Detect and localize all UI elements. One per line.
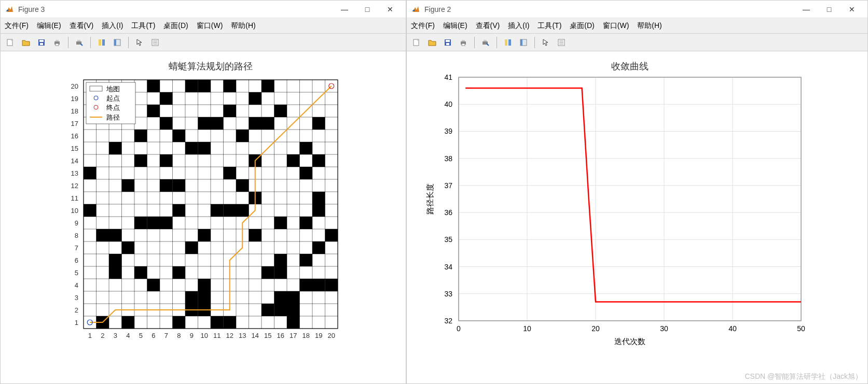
svg-text:11: 11 <box>71 194 78 202</box>
svg-rect-114 <box>84 167 97 179</box>
maximize-button[interactable]: □ <box>356 5 379 13</box>
svg-text:3: 3 <box>114 332 117 339</box>
colorbar-icon[interactable] <box>517 36 530 49</box>
svg-rect-109 <box>312 192 325 204</box>
svg-rect-122 <box>109 142 122 154</box>
menu-file[interactable]: 文件(F) <box>5 21 29 31</box>
Menu-desktop[interactable]: 桌面(D) <box>570 21 594 31</box>
figure2-window: Figure 2 — □ ✕ 文件(F) 编辑(E) 查看(V) 插入(I) 工… <box>406 0 868 384</box>
titlebar[interactable]: Figure 2 — □ ✕ <box>407 1 867 18</box>
svg-text:18: 18 <box>302 332 310 339</box>
menu-desktop[interactable]: 桌面(D) <box>163 21 188 31</box>
print-figure-icon[interactable] <box>73 36 86 49</box>
svg-rect-129 <box>160 117 173 130</box>
separator <box>474 37 475 48</box>
svg-text:20: 20 <box>328 332 335 339</box>
save-icon[interactable] <box>441 36 454 49</box>
svg-rect-95 <box>249 229 262 241</box>
svg-rect-77 <box>198 279 211 291</box>
minimize-button[interactable]: — <box>333 5 356 13</box>
separator <box>90 37 91 48</box>
svg-text:40: 40 <box>728 324 737 333</box>
close-button[interactable]: ✕ <box>379 5 402 13</box>
svg-text:路径: 路径 <box>106 113 120 121</box>
menu-insert[interactable]: 插入(I) <box>508 21 529 31</box>
svg-text:12: 12 <box>226 332 233 339</box>
cursor-icon[interactable] <box>133 36 146 49</box>
svg-text:39: 39 <box>444 127 452 135</box>
svg-text:地图: 地图 <box>106 85 120 93</box>
svg-rect-91 <box>312 241 325 254</box>
svg-text:终点: 终点 <box>106 104 120 111</box>
print-icon[interactable] <box>50 36 64 49</box>
svg-rect-136 <box>224 105 237 117</box>
svg-rect-64 <box>211 316 224 329</box>
svg-rect-73 <box>198 291 211 304</box>
linked-plot-icon[interactable] <box>95 36 108 49</box>
svg-rect-76 <box>147 279 160 291</box>
svg-rect-83 <box>173 266 186 279</box>
linked-plot-icon[interactable] <box>501 36 515 49</box>
menu-tools[interactable]: 工具(T) <box>131 21 155 31</box>
svg-rect-210 <box>520 39 522 46</box>
menu-help[interactable]: 帮助(H) <box>231 21 255 31</box>
menu-file[interactable]: 文件(F) <box>411 21 435 31</box>
svg-rect-131 <box>211 117 224 130</box>
properties-icon[interactable] <box>555 36 568 49</box>
svg-text:8: 8 <box>75 232 78 239</box>
menu-edit[interactable]: 编辑(E) <box>443 21 467 31</box>
svg-rect-72 <box>185 291 198 304</box>
svg-rect-78 <box>300 279 313 291</box>
print-icon[interactable] <box>457 36 470 49</box>
menu-window[interactable]: 窗口(W) <box>603 21 629 31</box>
cursor-icon[interactable] <box>539 36 553 49</box>
figure3-window: Figure 3 — □ ✕ 文件(F) 编辑(E) 查看(V) 插入(I) 工… <box>0 0 406 384</box>
svg-rect-101 <box>300 217 313 229</box>
open-icon[interactable] <box>19 36 33 49</box>
svg-rect-200 <box>446 40 450 42</box>
menu-window[interactable]: 窗口(W) <box>197 21 223 31</box>
open-icon[interactable] <box>425 36 439 49</box>
maximize-button[interactable]: □ <box>818 5 841 13</box>
svg-text:4: 4 <box>75 281 78 289</box>
svg-text:路径长度: 路径长度 <box>425 183 434 215</box>
menu-help[interactable]: 帮助(H) <box>637 21 662 31</box>
svg-rect-115 <box>224 167 237 179</box>
new-icon[interactable] <box>4 36 17 49</box>
separator <box>534 37 535 48</box>
svg-rect-117 <box>134 154 147 167</box>
svg-text:20: 20 <box>71 82 78 90</box>
svg-rect-123 <box>185 142 198 154</box>
save-icon[interactable] <box>35 36 48 49</box>
matlab-logo-icon <box>411 5 420 14</box>
svg-text:10: 10 <box>523 324 531 333</box>
svg-rect-92 <box>97 229 109 241</box>
svg-rect-143 <box>185 80 198 92</box>
svg-rect-134 <box>312 117 325 130</box>
svg-rect-135 <box>147 105 160 117</box>
svg-rect-208 <box>508 39 511 46</box>
menu-view[interactable]: 查看(V) <box>476 21 500 31</box>
menu-edit[interactable]: 编辑(E) <box>37 21 61 31</box>
properties-icon[interactable] <box>148 36 162 49</box>
svg-text:17: 17 <box>71 120 78 127</box>
svg-rect-10 <box>102 39 105 46</box>
svg-text:12: 12 <box>71 182 78 190</box>
titlebar[interactable]: Figure 3 — □ ✕ <box>1 1 406 18</box>
figure3-axes[interactable]: 蜻蜓算法规划的路径1234567891011121314151617181920… <box>1 51 406 383</box>
svg-rect-104 <box>211 204 224 217</box>
svg-rect-121 <box>312 154 325 167</box>
close-button[interactable]: ✕ <box>841 5 863 13</box>
print-figure-icon[interactable] <box>479 36 492 49</box>
colorbar-icon[interactable] <box>111 36 124 49</box>
svg-rect-84 <box>261 266 274 279</box>
figure2-axes[interactable]: 收敛曲线0102030405032333435363738394041迭代次数路… <box>407 51 867 383</box>
menu-view[interactable]: 查看(V) <box>70 21 94 31</box>
menu-insert[interactable]: 插入(I) <box>102 21 123 31</box>
menu-tools[interactable]: 工具(T) <box>538 21 561 31</box>
new-icon[interactable] <box>410 36 423 49</box>
minimize-button[interactable]: — <box>795 5 818 13</box>
svg-text:收敛曲线: 收敛曲线 <box>611 61 649 72</box>
svg-rect-2 <box>39 40 44 42</box>
svg-rect-74 <box>274 291 287 304</box>
